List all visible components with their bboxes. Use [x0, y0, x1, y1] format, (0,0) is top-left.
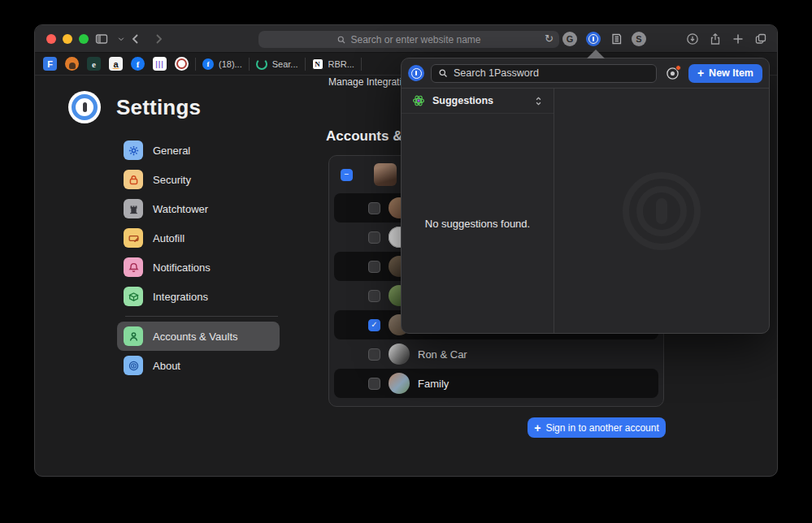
empty-state-message: No suggestions found.: [402, 114, 554, 333]
bookmark-item-search[interactable]: Sear...: [256, 58, 298, 70]
sidebar-item-autofill[interactable]: Autofill: [117, 223, 280, 253]
onepassword-extension-icon[interactable]: [586, 32, 601, 46]
s-extension-icon[interactable]: S: [632, 32, 646, 46]
loading-spinner-icon: [256, 58, 267, 70]
bookmark-favicon-f[interactable]: F: [43, 57, 57, 71]
bookmark-favicon-amazon[interactable]: a: [109, 57, 123, 71]
bookmark-favicon-facebook[interactable]: f: [131, 57, 145, 71]
vault-checkbox[interactable]: [368, 378, 380, 390]
vault-name: Family: [418, 378, 449, 390]
sidebar-item-label: Accounts & Vaults: [153, 331, 238, 343]
browser-titlebar: Search or enter website name ↻ G S: [35, 25, 777, 53]
vault-checkbox[interactable]: [368, 348, 380, 361]
search-icon: [337, 35, 346, 45]
sidebar-item-label: Notifications: [153, 262, 211, 274]
settings-brand: Settings: [68, 91, 201, 123]
bookmarks-divider: [195, 58, 196, 71]
vault-checkbox[interactable]: [368, 202, 380, 214]
bookmark-favicon-wave[interactable]: |||: [153, 57, 167, 71]
vault-checkbox[interactable]: [368, 231, 380, 244]
sidebar-item-watchtower[interactable]: Watchtower: [117, 194, 280, 223]
bookmarks-divider: [361, 58, 362, 71]
new-tab-icon[interactable]: [730, 32, 746, 46]
vault-row[interactable]: Ron & Car: [334, 339, 658, 369]
bookmark-favicon-e[interactable]: e: [87, 57, 101, 71]
sign-in-button-label: Sign in to another account: [545, 422, 658, 434]
browser-window: Search or enter website name ↻ G S: [34, 24, 778, 477]
account-avatar: [374, 163, 397, 186]
bookmark-label: RBR...: [328, 59, 354, 69]
autofill-pencil-icon: [124, 228, 143, 248]
sidebar-item-label: General: [153, 145, 190, 157]
forward-button[interactable]: [150, 32, 167, 46]
sidebar-item-integrations[interactable]: Integrations: [117, 282, 280, 311]
sidebar-item-label: Security: [153, 174, 191, 186]
onepassword-logo-icon: [408, 65, 424, 81]
sidebar-item-general[interactable]: General: [117, 136, 280, 165]
settings-nav: General Security Watchtower Autofill: [117, 136, 280, 380]
sidebar-item-notifications[interactable]: Notifications: [117, 253, 280, 282]
notion-icon: N: [312, 58, 323, 70]
popup-search-input[interactable]: Search 1Password: [431, 64, 657, 83]
bookmark-item-notion[interactable]: N RBR...: [312, 58, 354, 70]
tab-overview-icon[interactable]: [753, 32, 769, 46]
vault-checkbox[interactable]: ✓: [368, 319, 380, 331]
bell-icon: [124, 257, 143, 277]
suggestions-label: Suggestions: [432, 95, 527, 106]
plus-icon: +: [697, 67, 704, 80]
sidebar-item-label: About: [153, 360, 180, 372]
account-checkbox[interactable]: −: [341, 169, 353, 181]
sidebar-toggle-icon[interactable]: [93, 32, 110, 46]
sidebar-item-label: Integrations: [153, 291, 208, 303]
popup-detail-panel: [554, 89, 769, 333]
chevron-up-down-icon: [534, 96, 543, 106]
bookmarks-divider: [249, 58, 250, 71]
address-bar[interactable]: Search or enter website name ↻: [258, 31, 559, 48]
bookmark-label: Sear...: [272, 59, 298, 69]
bookmark-item-facebook[interactable]: f (18)...: [202, 58, 242, 70]
gear-icon: [124, 140, 143, 160]
back-button[interactable]: [128, 32, 144, 46]
sidebar-item-security[interactable]: Security: [117, 165, 280, 194]
popup-search-placeholder: Search 1Password: [454, 67, 539, 79]
facebook-icon: f: [202, 58, 214, 70]
onepassword-popup: Search 1Password + New Item: [401, 58, 770, 334]
window-controls: [46, 34, 89, 44]
popup-suggestions-panel: Suggestions No suggestions found.: [402, 89, 554, 333]
sidebar-item-about[interactable]: About: [117, 351, 280, 380]
popup-arrow: [587, 50, 605, 58]
suggestions-dropdown[interactable]: Suggestions: [402, 89, 554, 114]
downloads-icon[interactable]: [684, 32, 701, 46]
vault-name: Ron & Car: [418, 348, 467, 361]
sidebar-item-accounts-vaults[interactable]: Accounts & Vaults: [117, 322, 280, 351]
share-icon[interactable]: [707, 32, 723, 46]
bookmark-favicon-avatar[interactable]: [65, 57, 79, 71]
plus-icon: +: [534, 421, 541, 434]
box-icon: [124, 287, 143, 306]
bookmark-favicon-seal[interactable]: [175, 57, 189, 71]
zoom-window-button[interactable]: [79, 34, 89, 44]
vault-avatar: [389, 344, 410, 365]
tower-icon: [124, 199, 143, 218]
close-window-button[interactable]: [46, 34, 56, 44]
grammarly-extension-icon[interactable]: G: [562, 32, 577, 46]
bookmarks-divider: [305, 58, 306, 71]
circled-one-icon: [124, 356, 143, 375]
new-item-button[interactable]: + New Item: [688, 64, 762, 83]
bookmark-label: (18)...: [219, 59, 242, 69]
vault-checkbox[interactable]: [368, 290, 380, 302]
onepassword-logo-icon: [68, 91, 101, 123]
reader-extension-icon[interactable]: [609, 32, 623, 46]
sidebar-chevron-down-icon[interactable]: [113, 32, 129, 46]
vault-collections-icon[interactable]: [663, 64, 682, 83]
lock-icon: [124, 170, 143, 189]
person-icon: [124, 326, 143, 346]
sign-in-another-account-button[interactable]: + Sign in to another account: [528, 417, 666, 438]
vault-row[interactable]: Family: [334, 369, 658, 398]
reload-icon[interactable]: ↻: [545, 32, 554, 45]
vault-checkbox[interactable]: [368, 261, 380, 273]
new-item-label: New Item: [709, 67, 753, 79]
address-bar-placeholder: Search or enter website name: [350, 34, 480, 45]
nav-divider: [125, 316, 278, 317]
minimize-window-button[interactable]: [63, 34, 72, 44]
